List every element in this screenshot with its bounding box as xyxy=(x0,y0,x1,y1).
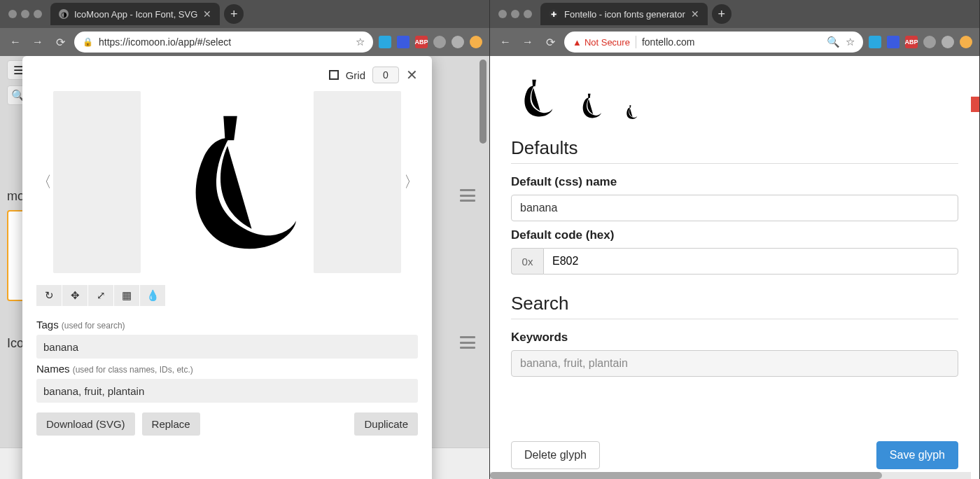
browser-toolbar: ← → ⟳ ▲ Not Secure fontello.com 🔍 ☆ ABP xyxy=(490,28,979,56)
duplicate-button[interactable]: Duplicate xyxy=(354,412,418,436)
grid-checkbox[interactable] xyxy=(329,70,339,80)
icon-preview: 〈 〉 xyxy=(36,88,418,277)
profile-icon[interactable] xyxy=(960,36,972,48)
horizontal-scrollbar[interactable] xyxy=(490,472,971,479)
url-text: fontello.com xyxy=(642,36,821,48)
icomoon-window: ◑ IcoMoon App - Icon Font, SVG ✕ + ← → ⟳… xyxy=(0,0,490,479)
extension-icon[interactable] xyxy=(433,36,446,48)
replace-button[interactable]: Replace xyxy=(142,412,200,436)
icon-sizes-preview xyxy=(511,76,958,120)
page-content: ☰ 🔍 mo Ico 🖼SVG & More Selection Font F … xyxy=(0,56,489,479)
bookmark-icon[interactable]: ☆ xyxy=(356,36,365,48)
css-name-label: Default (css) name xyxy=(511,175,958,189)
divider xyxy=(636,36,636,48)
prev-icon-button[interactable]: 〈 xyxy=(36,172,50,193)
preview-panel-right xyxy=(314,91,401,273)
titlebar: ✚ Fontello - icon fonts generator ✕ + xyxy=(490,0,979,28)
tab-title: Fontello - icon fonts generator xyxy=(564,9,685,20)
fontello-glyph-panel: Defaults Default (css) name Default code… xyxy=(490,56,979,479)
next-icon-button[interactable]: 〉 xyxy=(404,172,418,193)
new-tab-button[interactable]: + xyxy=(224,4,244,24)
save-glyph-button[interactable]: Save glyph xyxy=(876,441,958,469)
extension-icon[interactable] xyxy=(379,36,391,48)
window-controls[interactable] xyxy=(498,10,532,18)
close-tab-icon[interactable]: ✕ xyxy=(203,8,211,20)
extension-icon[interactable] xyxy=(923,36,936,48)
keywords-label: Keywords xyxy=(511,331,958,345)
browser-tab[interactable]: ✚ Fontello - icon fonts generator ✕ xyxy=(540,3,708,25)
back-button[interactable]: ← xyxy=(7,34,24,50)
code-input[interactable] xyxy=(543,248,958,275)
set-menu-icon[interactable] xyxy=(460,336,475,349)
extension-icon[interactable] xyxy=(451,36,464,48)
bookmark-icon[interactable]: ☆ xyxy=(846,36,855,48)
favicon-icon: ◑ xyxy=(59,9,69,19)
banana-icon-large xyxy=(511,76,556,120)
favicon-icon: ✚ xyxy=(549,9,559,19)
color-icon[interactable]: 💧 xyxy=(140,285,165,306)
profile-icon[interactable] xyxy=(470,36,482,48)
extensions: ABP xyxy=(869,36,972,48)
edit-tools: ↻ ✥ ⤢ ▦ 💧 xyxy=(36,285,418,306)
search-heading: Search xyxy=(511,293,958,319)
bg-label: Ico xyxy=(7,336,24,351)
address-bar[interactable]: ▲ Not Secure fontello.com 🔍 ☆ xyxy=(564,32,863,53)
fontello-window: ✚ Fontello - icon fonts generator ✕ + ← … xyxy=(490,0,980,479)
icon-canvas[interactable] xyxy=(144,91,312,273)
tags-input[interactable] xyxy=(36,335,418,359)
tab-title: IcoMoon App - Icon Font, SVG xyxy=(74,9,197,20)
extension-icon[interactable] xyxy=(887,36,899,48)
search-in-page-icon[interactable]: 🔍 xyxy=(827,36,840,48)
banana-icon-small xyxy=(622,104,638,120)
abp-icon[interactable]: ABP xyxy=(905,36,918,48)
extension-icon[interactable] xyxy=(941,36,954,48)
delete-glyph-button[interactable]: Delete glyph xyxy=(511,441,600,469)
lock-icon: 🔒 xyxy=(83,37,93,47)
not-secure-label: ▲ Not Secure xyxy=(573,37,630,48)
forward-button[interactable]: → xyxy=(29,34,46,50)
glyph-editor-modal: Grid 0 ✕ 〈 〉 ↻ ✥ ⤢ ▦ 💧 Tags (used for s xyxy=(22,56,432,479)
move-icon[interactable]: ✥ xyxy=(62,285,88,306)
background-strip xyxy=(971,97,979,112)
new-tab-button[interactable]: + xyxy=(712,4,732,24)
names-label: Names (used for class names, IDs, etc.) xyxy=(36,363,418,375)
css-name-input[interactable] xyxy=(511,195,958,221)
rotate-icon[interactable]: ↻ xyxy=(36,285,62,306)
canvas-icon[interactable]: ▦ xyxy=(114,285,139,306)
extension-icon[interactable] xyxy=(869,36,881,48)
download-svg-button[interactable]: Download (SVG) xyxy=(36,412,135,436)
abp-icon[interactable]: ABP xyxy=(415,36,428,48)
close-modal-icon[interactable]: ✕ xyxy=(406,67,418,83)
scale-icon[interactable]: ⤢ xyxy=(88,285,113,306)
set-menu-icon[interactable] xyxy=(460,189,475,202)
scrollbar-thumb[interactable] xyxy=(490,472,882,479)
close-tab-icon[interactable]: ✕ xyxy=(691,8,699,20)
grid-value-input[interactable]: 0 xyxy=(372,67,399,83)
names-input[interactable] xyxy=(36,379,418,403)
browser-toolbar: ← → ⟳ 🔒 https://icomoon.io/app/#/select … xyxy=(0,28,489,56)
extensions: ABP xyxy=(379,36,482,48)
hex-prefix: 0x xyxy=(511,248,543,275)
reload-button[interactable]: ⟳ xyxy=(52,34,69,50)
back-button[interactable]: ← xyxy=(497,34,514,50)
banana-icon-medium xyxy=(574,91,603,120)
window-controls[interactable] xyxy=(8,10,42,18)
defaults-heading: Defaults xyxy=(511,137,958,164)
reload-button[interactable]: ⟳ xyxy=(542,34,559,50)
extension-icon[interactable] xyxy=(397,36,410,48)
keywords-input[interactable] xyxy=(511,350,958,377)
url-text: https://icomoon.io/app/#/select xyxy=(99,36,350,48)
grid-label: Grid xyxy=(346,69,365,81)
titlebar: ◑ IcoMoon App - Icon Font, SVG ✕ + xyxy=(0,0,489,28)
browser-tab[interactable]: ◑ IcoMoon App - Icon Font, SVG ✕ xyxy=(50,3,220,25)
address-bar[interactable]: 🔒 https://icomoon.io/app/#/select ☆ xyxy=(74,32,373,53)
page-content: Defaults Default (css) name Default code… xyxy=(490,56,979,479)
forward-button[interactable]: → xyxy=(519,34,536,50)
code-label: Default code (hex) xyxy=(511,228,958,242)
preview-panel-left xyxy=(53,91,141,273)
scrollbar[interactable] xyxy=(479,60,486,144)
tags-label: Tags (used for search) xyxy=(36,319,418,331)
